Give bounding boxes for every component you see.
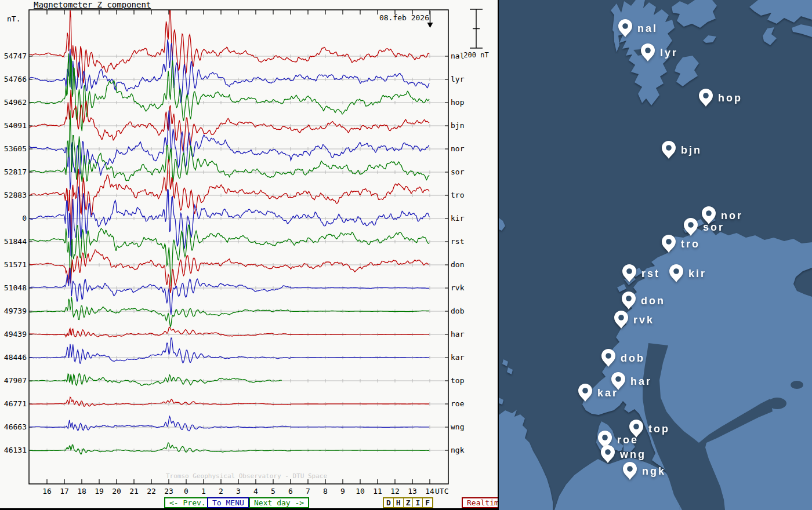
pin-hole <box>626 296 632 301</box>
x-tick-label-8: 8 <box>317 487 334 496</box>
x-tick-label-3: 3 <box>230 487 247 496</box>
x-tick-label-11: 11 <box>369 487 386 496</box>
component-button-i[interactable]: I <box>413 498 423 507</box>
component-selector: D H Z I F <box>383 497 433 508</box>
page-title: Magnetometer Z component <box>34 1 151 9</box>
x-tick-label-18: 18 <box>73 487 90 496</box>
pin-hole <box>618 315 624 320</box>
pin-hole <box>615 376 621 382</box>
trace-kar <box>29 338 429 363</box>
x-tick-label-19: 19 <box>90 487 108 496</box>
pin-hole <box>688 222 694 228</box>
x-tick-label-14: 14 <box>421 487 438 496</box>
station-label-roe: roe <box>451 399 464 408</box>
station-label-rvk: rvk <box>451 283 464 292</box>
y-axis-label-rst: 51844 <box>0 237 27 246</box>
station-label-don: don <box>451 260 464 269</box>
y-axis-label-roe: 46771 <box>0 399 27 408</box>
map-pin-label-hop: hop <box>718 92 742 104</box>
pin-hole <box>645 48 651 53</box>
station-label-nor: nor <box>451 144 464 153</box>
station-label-wng: wng <box>451 422 464 431</box>
lake <box>768 398 786 409</box>
pin-hole <box>582 388 588 394</box>
map-pin-label-ngk: ngk <box>642 465 666 477</box>
map-pin-hop[interactable]: hop <box>699 89 742 107</box>
y-axis-label-dob: 49739 <box>0 307 27 315</box>
x-tick-label-5: 5 <box>264 487 282 496</box>
x-tick-label-21: 21 <box>125 487 143 496</box>
map-pin-label-lyr: lyr <box>660 47 678 59</box>
component-button-d[interactable]: D <box>384 498 394 507</box>
y-axis-label-wng: 46663 <box>0 422 27 431</box>
trace-rst <box>29 225 429 286</box>
scandinavia-map: nallyrhopbjnnorsortrorstkirdonrvkdobhark… <box>499 0 812 510</box>
station-label-lyr: lyr <box>451 75 464 83</box>
next-day-button[interactable]: Next day -> <box>249 497 309 508</box>
pin-hole <box>706 210 712 216</box>
station-label-kir: kir <box>451 214 464 223</box>
scale-bar <box>470 9 483 48</box>
map-pin-label-kir: kir <box>688 268 706 279</box>
station-label-top: top <box>451 376 464 385</box>
baselines <box>29 54 448 452</box>
y-axis-label-nor: 53605 <box>0 144 27 153</box>
x-tick-label-22: 22 <box>143 487 160 496</box>
station-label-rst: rst <box>451 237 464 246</box>
station-label-hop: hop <box>451 98 464 107</box>
landmass <box>507 367 513 374</box>
x-tick-label-17: 17 <box>56 487 73 496</box>
y-axis-label-don: 51571 <box>0 260 27 269</box>
trace-roe <box>29 397 429 406</box>
y-axis-label-sor: 52817 <box>0 167 27 176</box>
map-pin-bjn[interactable]: bjn <box>662 141 702 159</box>
station-label-bjn: bjn <box>451 121 464 130</box>
x-tick-label-23: 23 <box>160 487 177 496</box>
component-button-z[interactable]: Z <box>404 498 414 507</box>
y-axis-label-lyr: 54766 <box>0 75 27 83</box>
pin-hole <box>673 268 679 274</box>
landmass <box>502 359 508 366</box>
component-button-h[interactable]: H <box>394 498 404 507</box>
station-label-har: har <box>451 330 464 338</box>
y-axis-label-rvk: 51048 <box>0 283 27 292</box>
x-tick-label-10: 10 <box>351 487 369 496</box>
magnetogram-plot <box>0 0 498 497</box>
x-tick-label-16: 16 <box>38 487 56 496</box>
y-axis-label-ngk: 46131 <box>0 446 27 454</box>
pin-hole <box>606 353 611 359</box>
map-pin-label-don: don <box>641 295 665 307</box>
map-pin-label-wng: wng <box>619 449 646 460</box>
map-pin-label-nal: nal <box>637 23 658 34</box>
to-menu-button[interactable]: To MENU <box>207 497 249 508</box>
station-map: nallyrhopbjnnorsortrorstkirdonrvkdobhark… <box>498 0 812 510</box>
map-pin-label-roe: roe <box>617 434 639 446</box>
y-axis-label-kar: 48446 <box>0 353 27 362</box>
x-tick-label-7: 7 <box>299 487 317 496</box>
pin-hole <box>703 93 709 99</box>
pin-hole <box>626 268 632 274</box>
map-pin-label-nor: nor <box>721 210 743 221</box>
x-tick-label-1: 1 <box>195 487 212 496</box>
landmass <box>675 56 699 86</box>
station-label-tro: tro <box>451 191 464 199</box>
x-tick-label-20: 20 <box>108 487 125 496</box>
trace-har <box>29 327 429 337</box>
traces <box>29 8 429 454</box>
map-pin-label-tro: tro <box>681 238 700 250</box>
x-tick-label-12: 12 <box>386 487 404 496</box>
map-pin-label-dob: dob <box>621 352 645 364</box>
magnetogram-panel: Magnetometer Z component nT. 08.feb 2026… <box>0 0 498 510</box>
landmass <box>763 27 777 45</box>
landmass <box>672 0 717 28</box>
y-axis-unit: nT. <box>7 14 20 23</box>
map-pin-label-kar: kar <box>597 387 618 399</box>
x-tick-label-6: 6 <box>282 487 299 496</box>
station-label-ngk: ngk <box>451 446 464 454</box>
landmass <box>617 284 626 292</box>
component-button-f[interactable]: F <box>423 498 432 507</box>
x-tick-label-9: 9 <box>334 487 351 496</box>
trace-rvk <box>29 268 429 315</box>
pin-hole <box>602 435 608 440</box>
pin-hole <box>633 424 639 429</box>
